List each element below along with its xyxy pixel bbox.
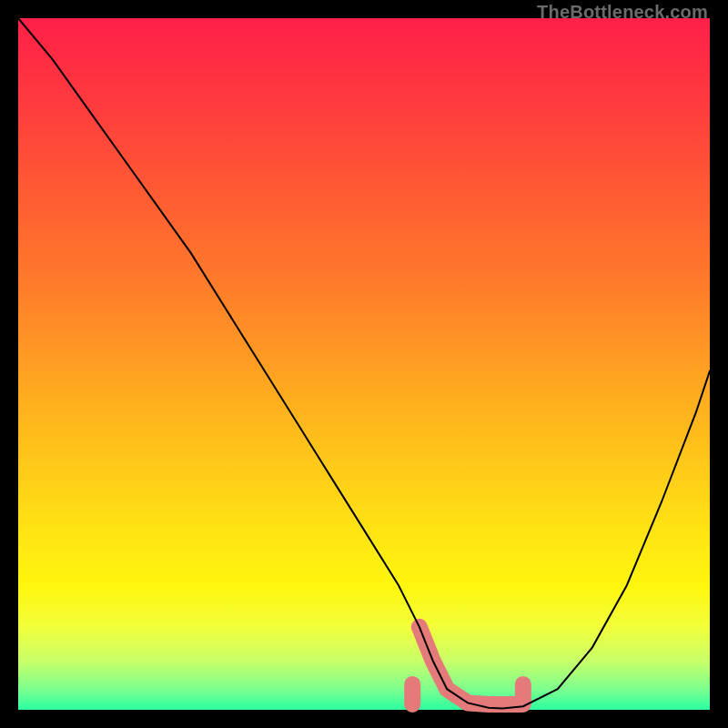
chart-svg xyxy=(18,18,710,710)
chart-stage: TheBottleneck.com xyxy=(0,0,728,728)
curve-flat-highlight xyxy=(412,627,523,704)
chart-plot-area xyxy=(18,18,710,710)
bottleneck-curve-line xyxy=(18,18,710,709)
watermark-text: TheBottleneck.com xyxy=(537,2,708,23)
